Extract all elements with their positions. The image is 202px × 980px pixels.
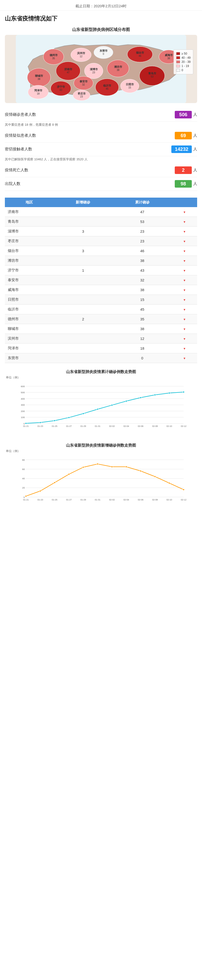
stat-suspected: 疫情疑似患者人数 69 人: [5, 129, 197, 143]
table-row: 潍坊市 38 ▼: [5, 256, 197, 266]
svg-point-86: [183, 391, 184, 393]
td-total: 47: [113, 207, 172, 217]
svg-text:500: 500: [21, 391, 25, 394]
svg-point-19: [107, 60, 129, 77]
svg-point-82: [126, 400, 127, 402]
svg-point-46: [120, 79, 139, 93]
td-total: 23: [113, 227, 172, 236]
td-total: 35: [113, 314, 172, 324]
td-region: 菏泽市: [5, 344, 54, 353]
td-total: 38: [113, 324, 172, 334]
legend-label-20-39: 20 - 39: [181, 60, 191, 64]
svg-text:01-31: 01-31: [95, 498, 101, 501]
td-arrow: ▼: [172, 305, 197, 314]
svg-text:01-23: 01-23: [38, 425, 43, 427]
td-new: [54, 217, 113, 227]
td-region: 枣庄市: [5, 236, 54, 246]
stat-value-close-contact: 14232: [171, 145, 192, 153]
legend-color-0: [176, 69, 180, 72]
td-arrow: ▼: [172, 217, 197, 227]
td-region: 泰安市: [5, 275, 54, 285]
table-row: 菏泽市 18 ▼: [5, 344, 197, 353]
arrow-icon: ▼: [183, 337, 186, 340]
arrow-icon: ▼: [183, 328, 186, 331]
td-total: 53: [113, 217, 172, 227]
td-arrow: ▼: [172, 314, 197, 324]
svg-point-43: [95, 79, 119, 96]
legend-item: ≥ 50: [176, 52, 191, 55]
map-title: 山东省新型肺炎病例区域分布图: [5, 27, 197, 32]
td-total: 12: [113, 334, 172, 344]
th-arrow: [172, 197, 197, 207]
svg-text:菏泽市: 菏泽市: [34, 89, 43, 92]
svg-point-117: [140, 470, 141, 472]
td-total: 43: [113, 266, 172, 275]
stat-label-confirmed: 疫情确诊患者人数: [5, 112, 175, 117]
arrow-icon: ▼: [183, 240, 186, 243]
stat-label-death: 疫情死亡人数: [5, 168, 175, 173]
svg-text:济南市: 济南市: [64, 68, 73, 71]
svg-point-16: [94, 46, 113, 59]
svg-point-75: [25, 423, 27, 424]
td-new: [54, 285, 113, 295]
td-arrow: ▼: [172, 334, 197, 344]
svg-text:01-25: 01-25: [52, 425, 57, 427]
svg-text:300: 300: [21, 404, 25, 406]
legend-item: 40 - 49: [176, 56, 191, 59]
td-arrow: ▼: [172, 324, 197, 334]
svg-text:23: 23: [80, 95, 83, 98]
svg-point-112: [68, 473, 69, 475]
svg-text:18: 18: [37, 92, 39, 95]
table-row: 东营市 0 ▼: [5, 353, 197, 363]
stat-unit-discharged: 人: [193, 181, 197, 186]
th-new: 新增确诊: [54, 197, 113, 207]
header: 截止日期：2020年2月12日24时: [0, 0, 202, 11]
arrow-icon: ▼: [183, 347, 186, 350]
stat-unit-suspected: 人: [193, 133, 197, 138]
svg-text:0: 0: [24, 422, 25, 425]
map-section: 山东省新型肺炎病例区域分布图 .region-text { font-size:…: [0, 24, 202, 105]
stat-value-confirmed: 506: [175, 111, 192, 118]
table-row: 威海市 38 ▼: [5, 285, 197, 295]
svg-text:400: 400: [21, 398, 25, 400]
svg-point-110: [39, 490, 41, 492]
td-region: 聊城市: [5, 324, 54, 334]
td-new: 3: [54, 227, 113, 236]
legend-label-0: 0: [181, 68, 183, 72]
stat-unit-confirmed: 人: [193, 112, 197, 117]
svg-text:32: 32: [82, 83, 85, 86]
svg-text:02-08: 02-08: [152, 498, 158, 501]
stat-row-confirmed: 疫情确诊患者人数 506 人: [5, 108, 197, 122]
svg-text:02-08: 02-08: [152, 425, 158, 427]
arrow-icon: ▼: [183, 220, 186, 224]
td-new: [54, 295, 113, 305]
td-total: 0: [113, 353, 172, 363]
svg-text:35: 35: [52, 57, 55, 60]
stat-unit-death: 人: [193, 168, 197, 173]
legend-label-40-49: 40 - 49: [181, 56, 191, 59]
legend-label-1-19: 1 - 19: [181, 64, 189, 68]
svg-point-4: [43, 49, 64, 65]
td-total: 15: [113, 295, 172, 305]
table-row: 泰安市 32 ▼: [5, 275, 197, 285]
td-new: 2: [54, 314, 113, 324]
stat-sub-close-contact: 其中已解除医学观察 10462 人，正在接受医学观察 3520 人: [5, 156, 197, 164]
stat-right-confirmed: 506 人: [175, 111, 197, 118]
chart1-wrapper: 010020030040050060001-2101-2301-2501-270…: [5, 382, 197, 435]
svg-text:滨州市: 滨州市: [77, 52, 85, 54]
td-region: 青岛市: [5, 217, 54, 227]
table-row: 聊城市 38 ▼: [5, 324, 197, 334]
stat-value-suspected: 69: [175, 132, 192, 139]
arrow-icon: ▼: [183, 357, 186, 360]
table-row: 临沂市 45 ▼: [5, 305, 197, 314]
svg-point-119: [169, 482, 170, 484]
arrow-icon: ▼: [183, 210, 186, 214]
stat-confirmed: 疫情确诊患者人数 506 人 其中重症患者 18 例，危重症患者 8 例: [5, 108, 197, 129]
svg-text:德州市: 德州市: [49, 54, 58, 57]
td-region: 临沂市: [5, 305, 54, 314]
table-section: 地区 新增确诊 累计确诊 济南市 47 ▼ 青岛市 53 ▼ 淄博市 3 23 …: [0, 195, 202, 366]
svg-text:济宁市: 济宁市: [57, 85, 65, 88]
svg-point-85: [169, 392, 170, 394]
stat-value-discharged: 98: [175, 180, 192, 188]
table-row: 济宁市 1 43 ▼: [5, 266, 197, 275]
